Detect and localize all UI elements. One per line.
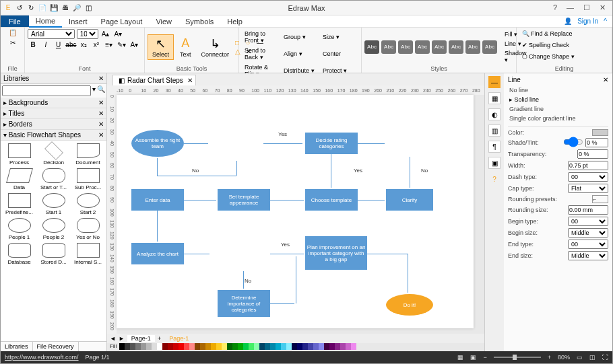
- transparency-input[interactable]: [577, 149, 608, 159]
- palette-swatch[interactable]: [313, 343, 319, 350]
- doc-tab-close-button[interactable]: ✕: [187, 77, 193, 84]
- connector-arrow[interactable]: [410, 157, 410, 188]
- paste-button[interactable]: 📋: [9, 29, 17, 36]
- zoom-slider[interactable]: [494, 357, 541, 358]
- palette-swatch[interactable]: [308, 343, 313, 350]
- lp-tab-shadow[interactable]: ◐: [488, 108, 501, 120]
- node-n6[interactable]: Set template appearance: [218, 189, 270, 211]
- save-button[interactable]: 💾: [49, 3, 59, 13]
- connector-arrow[interactable]: [157, 211, 158, 242]
- palette-swatch[interactable]: [232, 343, 238, 350]
- page-prev-button[interactable]: ◄: [110, 335, 116, 342]
- palette-swatch[interactable]: [346, 343, 351, 350]
- italic-button[interactable]: I: [40, 41, 51, 50]
- font-family-select[interactable]: Arial: [28, 29, 75, 39]
- node-n13[interactable]: Do it!: [386, 294, 433, 316]
- bold-button[interactable]: B: [28, 41, 38, 50]
- lib-tab-recovery[interactable]: File Recovery: [33, 342, 79, 351]
- fit-width-button[interactable]: ◫: [589, 354, 595, 361]
- lib-cat-borders[interactable]: ▸ Borders✕: [1, 119, 106, 130]
- palette-swatch[interactable]: [189, 343, 195, 350]
- rounding-preset-button[interactable]: ⌐: [592, 195, 608, 203]
- style-swatch[interactable]: Abc: [364, 40, 379, 54]
- page-list[interactable]: Page-1: [164, 335, 189, 342]
- palette-swatch[interactable]: [227, 343, 232, 350]
- page-next-button[interactable]: ►: [119, 335, 125, 342]
- help-button[interactable]: ?: [553, 3, 557, 12]
- connector-arrow[interactable]: [184, 200, 216, 201]
- palette-swatch[interactable]: [200, 343, 205, 350]
- tab-view[interactable]: View: [149, 16, 179, 27]
- library-search-input[interactable]: [2, 85, 91, 96]
- node-n12[interactable]: Determine importance of categories: [218, 290, 270, 317]
- redo-button[interactable]: ↻: [26, 3, 36, 13]
- minimize-button[interactable]: —: [567, 3, 574, 12]
- lib-tab-libraries[interactable]: Libraries: [1, 342, 33, 351]
- lib-cat-backgrounds[interactable]: ▸ Backgrounds✕: [1, 98, 106, 108]
- shade-slider[interactable]: [563, 139, 583, 145]
- palette-swatch[interactable]: [270, 343, 276, 350]
- shape-data[interactable]: Data: [2, 167, 36, 192]
- change-shape-button[interactable]: ⬡ Change Shape ▾: [519, 52, 577, 61]
- palette-swatch[interactable]: [259, 343, 265, 350]
- palette-swatch[interactable]: [130, 343, 135, 350]
- spell-check-button[interactable]: ✔ Spelling Check: [519, 40, 572, 50]
- palette-swatch[interactable]: [254, 343, 259, 350]
- palette-swatch[interactable]: [195, 343, 200, 350]
- style-swatch[interactable]: Abc: [415, 40, 430, 54]
- tab-home[interactable]: Home: [29, 15, 62, 28]
- cap-select[interactable]: Flat: [568, 184, 608, 193]
- style-swatch[interactable]: Abc: [381, 40, 396, 54]
- connector-arrow[interactable]: [184, 143, 208, 144]
- tab-symbols[interactable]: Symbols: [179, 16, 220, 27]
- line-style-gradient[interactable]: Gradient line: [508, 104, 608, 114]
- group-button[interactable]: Group ▾: [281, 32, 319, 42]
- fit-page-button[interactable]: ▭: [577, 354, 583, 361]
- connector-arrow[interactable]: [358, 200, 385, 201]
- shape-start-or-t-[interactable]: Start or T...: [36, 167, 71, 192]
- lp-tab-help[interactable]: ?: [488, 173, 501, 185]
- shape-internal-s-[interactable]: Internal S...: [71, 242, 105, 266]
- line-style-solid[interactable]: ▸ Solid line: [508, 95, 608, 104]
- lib-cat-titles[interactable]: ▸ Titles✕: [1, 108, 106, 119]
- shape-start-1[interactable]: Start 1: [36, 192, 71, 217]
- send-back-button[interactable]: Send to Back ▾: [242, 46, 280, 62]
- library-close-button[interactable]: ✕: [98, 75, 104, 82]
- shape-database[interactable]: Database: [2, 242, 36, 266]
- end-size-select[interactable]: Middle: [568, 251, 608, 260]
- palette-swatch[interactable]: [265, 343, 270, 350]
- shape-predefine-[interactable]: Predefine...: [2, 192, 36, 217]
- palette-swatch[interactable]: [292, 343, 297, 350]
- connector-arrow[interactable]: [270, 254, 304, 254]
- shape-start-2[interactable]: Start 2: [71, 192, 105, 217]
- find-replace-button[interactable]: 🔍 Find & Replace: [519, 29, 575, 38]
- view-outline-button[interactable]: ▣: [470, 354, 476, 361]
- shape-people-2[interactable]: People 2: [36, 217, 71, 242]
- shape-process[interactable]: Process: [2, 142, 36, 167]
- document-tab[interactable]: ◧ Radar Chart Steps ✕: [112, 75, 196, 85]
- node-n10[interactable]: Is the most important category known?: [211, 236, 270, 271]
- tab-help[interactable]: Help: [220, 16, 249, 27]
- begin-type-select[interactable]: 00: [568, 217, 608, 226]
- palette-swatch[interactable]: [276, 343, 281, 350]
- style-swatch[interactable]: Abc: [482, 40, 497, 54]
- connector-arrow[interactable]: [236, 161, 237, 176]
- print-button[interactable]: 🖶: [61, 3, 70, 13]
- lib-cat-flowchart[interactable]: ▾ Basic Flowchart Shapes✕: [1, 130, 106, 141]
- lp-tab-media[interactable]: ▣: [488, 157, 501, 169]
- font-size-select[interactable]: 10: [77, 29, 98, 39]
- palette-swatch[interactable]: [173, 343, 179, 350]
- palette-swatch[interactable]: [135, 343, 141, 350]
- shape-document[interactable]: Document: [71, 142, 105, 167]
- ribbon-collapse-button[interactable]: ^: [604, 17, 607, 25]
- connector-arrow[interactable]: [270, 303, 294, 304]
- font-color-button[interactable]: A▾: [129, 41, 139, 50]
- bullets-button[interactable]: ≡▾: [104, 41, 115, 50]
- connector-arrow[interactable]: [184, 254, 209, 254]
- palette-swatch[interactable]: [146, 343, 152, 350]
- line-style-single-gradient[interactable]: Single color gradient line: [508, 114, 608, 123]
- palette-swatch[interactable]: [351, 343, 356, 350]
- palette-swatch[interactable]: [340, 343, 346, 350]
- file-menu[interactable]: File: [1, 15, 29, 27]
- lp-tab-line[interactable]: —: [488, 76, 501, 88]
